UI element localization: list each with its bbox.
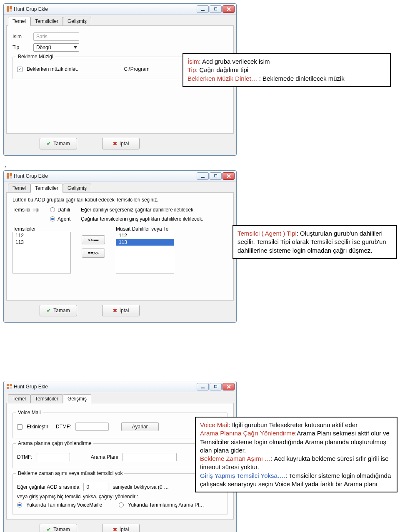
ok-label-2: Tamam [53, 308, 70, 313]
c1-k2: Tip [188, 66, 196, 73]
input-vm-dtmf[interactable] [75, 423, 109, 431]
callout-temel: İsim: Acd gruba verilecek isim Tip: Çağr… [182, 53, 391, 87]
tab-temel-2[interactable]: Temel [8, 184, 30, 193]
tab-gelismis-3[interactable]: Gelişmiş [63, 394, 91, 403]
c1-k3: Beklerken Müzik Dinlet… [188, 75, 258, 82]
panel-temsilciler: Lütfen bu ACD gruptaki çağrıları kabul e… [6, 192, 234, 301]
tab-temsilciler[interactable]: Temsilciler [30, 17, 63, 26]
label-agent: Agent [58, 216, 78, 222]
titlebar-2: Hunt Grup Ekle [4, 171, 236, 181]
input-isim[interactable]: Satis [33, 32, 79, 41]
window-title-2: Hunt Grup Ekle [14, 173, 48, 179]
cross-icon: ✖ [113, 527, 117, 532]
ok-button-3[interactable]: ✔Tamam [40, 524, 77, 532]
list-item[interactable]: 113 [116, 239, 174, 246]
check-icon: ✔ [47, 527, 51, 532]
list-item[interactable]: 112 [13, 232, 70, 239]
close-button[interactable] [222, 5, 235, 13]
note-agent: Çağrılar temsilcelerin giriş yaptıkları … [81, 216, 203, 222]
bz-text-line2: veya giriş yapmış hiç temsilci yoksa, ça… [17, 494, 223, 500]
check-icon: ✔ [47, 141, 51, 147]
intro-text: Lütfen bu ACD gruptaki çağrıları kabul e… [12, 197, 228, 203]
checkbox-beklerken-muzik[interactable] [17, 67, 22, 72]
maximize-button-2[interactable] [210, 172, 222, 180]
checkbox-vm-enable[interactable] [17, 424, 22, 430]
app-icon-2 [6, 173, 12, 179]
label-temsilci-tipi: Temsilci Tipi [12, 207, 46, 213]
c3-k2: Arama Planına Çağrı Yönlendirme [200, 430, 295, 437]
label-isim: İsim [12, 34, 29, 40]
maximize-button-3[interactable] [210, 383, 222, 390]
label-dahili: Dahili [58, 207, 78, 213]
combo-tip[interactable]: Döngü [33, 43, 79, 52]
app-icon [6, 6, 12, 12]
group-title-ap: Arama planına çağrı yönlendirme [16, 440, 93, 446]
callout-temsilciler: Temsilci ( Agent ) Tipi: Oluşturulan gur… [232, 225, 397, 259]
c1-v2: : Çağrı dağılımı tipi [196, 66, 248, 73]
transfer-left-button[interactable]: <<== [82, 235, 105, 244]
input-arama-plani[interactable] [122, 453, 177, 461]
titlebar: Hunt Grup Ekle [4, 4, 236, 15]
minimize-button-2[interactable] [197, 172, 209, 180]
label-list-right: Müsait Dahililer veya Te [116, 226, 174, 232]
tab-temsilciler-2[interactable]: Temsilciler [30, 184, 63, 193]
close-button-3[interactable] [222, 383, 235, 390]
input-bz-seconds[interactable]: 0 [83, 483, 108, 491]
transfer-right-button[interactable]: ==>> [82, 249, 105, 258]
text-music-path: C:\Program [124, 66, 149, 72]
cancel-label-3: İptal [120, 527, 129, 532]
close-button-2[interactable] [222, 172, 235, 180]
tab-gelismis-2[interactable]: Gelişmiş [63, 184, 91, 193]
ayarlar-button[interactable]: Ayarlar [121, 422, 159, 431]
label-radio-voicemail: Yukarıda Tanımlanmış VoiceMail'e [26, 502, 102, 508]
radio-arama-plani[interactable] [119, 502, 124, 507]
radio-agent[interactable] [50, 216, 55, 221]
ok-label: Tamam [53, 141, 70, 147]
tab-temsilciler-3[interactable]: Temsilciler [30, 394, 63, 403]
listbox-dahililer[interactable]: 112 113 [116, 232, 174, 273]
minimize-button[interactable] [197, 5, 209, 13]
bz-text-pre: Eğer çağrılar ACD sırasında [17, 484, 79, 490]
radio-dahili[interactable] [50, 207, 55, 212]
label-radio-aramaplani: Yukarıda Tanımlanmış Arama Pl… [128, 502, 204, 508]
c3-k4: Giriş Yapmış Temsilci Yoksa…. [200, 472, 285, 479]
note-dahili: Eğer dahiliyi seçerseniz çağrılar dahili… [81, 207, 195, 213]
titlebar-3: Hunt Grup Ekle [4, 381, 236, 392]
bz-text-post: saniyedir bekliyorsa (0 … [112, 484, 169, 490]
cancel-button-2[interactable]: ✖İptal [102, 305, 140, 316]
group-title-vm: Voice Mail [16, 410, 42, 415]
ayarlar-label: Ayarlar [132, 424, 148, 430]
window-temsilciler: Hunt Grup Ekle Temel Temsilciler Gelişmi… [3, 170, 237, 323]
c3-v1: : İlgili gurubun Telesekreter kutusunu a… [228, 421, 358, 428]
cancel-label: İptal [120, 141, 129, 147]
tab-temel-3[interactable]: Temel [8, 394, 30, 403]
maximize-button[interactable] [210, 5, 222, 13]
label-dtmf-2: DTMF: [17, 454, 32, 460]
group-title-bekleme: Bekleme Müziği [16, 54, 55, 60]
callout-gelismis: Voice Mail: İlgili gurubun Telesekreter … [195, 417, 398, 492]
combo-tip-value: Döngü [36, 45, 51, 50]
list-item[interactable]: 112 [116, 232, 174, 239]
window-title-3: Hunt Grup Ekle [14, 384, 48, 390]
listbox-temsilciler[interactable]: 112 113 [12, 232, 71, 273]
check-icon: ✔ [47, 308, 51, 313]
radio-voicemail[interactable] [17, 502, 22, 507]
group-title-bz: Bekleme zaman aşımı veya müsait temsilci… [16, 470, 124, 476]
cross-icon: ✖ [113, 308, 117, 313]
label-list-left: Temsilciler [12, 226, 71, 232]
ok-button[interactable]: ✔Tamam [40, 138, 77, 149]
tab-gelismis[interactable]: Gelişmiş [63, 17, 91, 26]
tab-temel[interactable]: Temel [8, 17, 30, 26]
c2-k1: Temsilci ( Agent ) Tipi [238, 230, 297, 237]
cancel-button[interactable]: ✖İptal [102, 138, 140, 149]
minimize-button-3[interactable] [197, 383, 209, 390]
label-dtmf: DTMF: [56, 424, 71, 430]
list-item[interactable]: 113 [13, 239, 70, 246]
chevron-down-icon [74, 46, 77, 49]
c1-k1: İsim [188, 58, 199, 65]
input-ap-dtmf[interactable] [37, 453, 70, 461]
ok-label-3: Tamam [53, 527, 70, 532]
ok-button-2[interactable]: ✔Tamam [40, 305, 77, 316]
label-beklerken-muzik: Beklerken müzik dinlet. [27, 66, 78, 72]
cancel-button-3[interactable]: ✖İptal [102, 524, 140, 532]
